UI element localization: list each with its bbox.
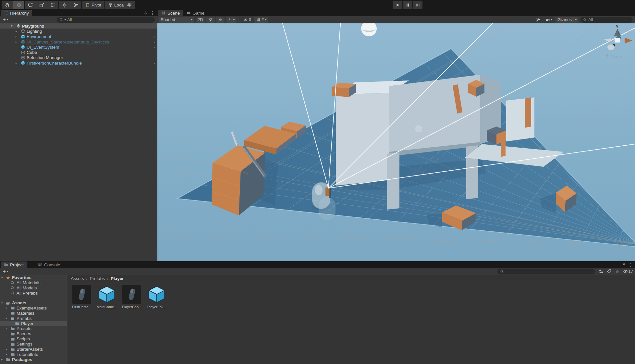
pause-button[interactable] [403, 1, 412, 9]
gizmo-hub[interactable] [615, 38, 620, 42]
expand-arrow-icon[interactable]: ▾ [6, 317, 7, 320]
asset-maincamera[interactable]: MainCame... [96, 285, 117, 309]
tab-project[interactable]: Project [1, 261, 27, 268]
grid-snap-button[interactable] [124, 1, 135, 9]
label-filter-icon[interactable] [607, 269, 612, 274]
2d-toggle-button[interactable]: 2D [196, 17, 205, 23]
lock-icon[interactable] [144, 11, 148, 15]
hidden-objects-button[interactable]: 0 [241, 17, 253, 23]
pivot-toggle-button[interactable]: Pivot [82, 1, 104, 9]
tree-item-favorites[interactable]: ▾ Favorites [0, 275, 67, 280]
search-filter-caret-icon[interactable]: ▾ [65, 18, 66, 21]
scene-viewport[interactable]: y z x Persp [157, 23, 635, 261]
effects-dropdown-button[interactable]: ▾ [226, 17, 237, 23]
expand-arrow-icon[interactable]: ▾ [1, 276, 3, 279]
tab-game[interactable]: Game [183, 10, 208, 16]
rect-tool-button[interactable] [47, 1, 58, 9]
tree-item-starterassets[interactable]: ▸ StarterAssets [0, 347, 67, 352]
scene-toolbar: Shaded▾ 2D ▾ 0 Y ▾ ▾ Gizmos ▾ [157, 16, 635, 23]
custom-tools-button[interactable] [70, 1, 81, 9]
hierarchy-item-lighting[interactable]: ▸ Lighting [0, 29, 157, 34]
lighting-toggle-button[interactable] [206, 17, 215, 23]
scene-menu-icon[interactable]: ⋮ [150, 24, 154, 29]
step-button[interactable] [413, 1, 422, 9]
tree-item-all-models[interactable]: All Models [0, 285, 67, 291]
tree-item-scripts[interactable]: Scripts [0, 336, 67, 342]
tab-hierarchy[interactable]: Hierarchy [1, 10, 32, 16]
tree-item-all-prefabs[interactable]: All Prefabs [0, 291, 67, 296]
tab-scene[interactable]: Scene [158, 10, 183, 16]
prefab-chevron-icon[interactable]: › [153, 34, 155, 39]
tree-item-presets[interactable]: ▸ Presets [0, 326, 67, 331]
panel-menu-icon[interactable]: ⋮ [150, 10, 155, 16]
scene-search-placeholder: All [588, 17, 593, 22]
favorites-filter-icon[interactable] [615, 269, 620, 274]
tree-item-tutorialinfo[interactable]: ▸ TutorialInfo [0, 352, 67, 357]
expand-arrow-icon[interactable]: ▾ [11, 24, 13, 28]
scene-camera-dropdown[interactable]: ▾ [543, 17, 554, 23]
tree-item-materials[interactable]: Materials [0, 310, 67, 316]
tab-console[interactable]: Console [35, 261, 64, 268]
tree-item-settings[interactable]: Settings [0, 342, 67, 347]
prefab-chevron-icon[interactable]: › [153, 45, 155, 50]
hierarchy-item-selection-manager[interactable]: Selection Manager [0, 55, 157, 60]
move-tool-button[interactable] [13, 1, 24, 9]
audio-toggle-button[interactable] [216, 17, 225, 23]
breadcrumb-player[interactable]: Player [111, 276, 124, 281]
expand-arrow-icon[interactable]: ▸ [16, 40, 17, 43]
type-filter-icon[interactable] [599, 269, 604, 274]
play-button[interactable] [393, 1, 402, 9]
expand-arrow-icon[interactable]: ▸ [1, 358, 3, 361]
hierarchy-item-ui-canvas[interactable]: ▸ UI_Canvas_StarterAssetsInputs_Joystick… [0, 39, 157, 44]
expand-arrow-icon[interactable]: ▸ [6, 306, 7, 309]
tree-item-prefabs[interactable]: ▾ Prefabs [0, 316, 67, 321]
prefab-chevron-icon[interactable]: › [153, 61, 155, 66]
scale-tool-button[interactable] [36, 1, 47, 9]
axis-y-label[interactable]: y [616, 23, 618, 28]
create-dropdown-icon[interactable]: ▾ [7, 18, 8, 21]
scene-search-input[interactable]: All [580, 17, 632, 23]
breadcrumb-assets[interactable]: Assets [71, 276, 84, 281]
expand-arrow-icon[interactable]: ▸ [16, 35, 17, 38]
hierarchy-item-environment[interactable]: ▸ Environment › [0, 34, 157, 39]
expand-arrow-icon[interactable]: ▸ [6, 348, 7, 351]
asset-playercapsule[interactable]: PlayerCap... [121, 285, 142, 309]
expand-arrow-icon[interactable]: ▸ [16, 61, 17, 65]
grid-visibility-dropdown[interactable]: Y ▾ [254, 17, 268, 23]
prefab-chevron-icon[interactable]: › [153, 40, 155, 44]
create-button[interactable]: + [3, 268, 6, 275]
scene-tools-button[interactable] [534, 17, 542, 23]
create-dropdown-icon[interactable]: ▾ [7, 270, 8, 273]
hierarchy-item-playground[interactable]: ▾ Playground ⋮ [0, 23, 157, 29]
expand-arrow-icon[interactable]: ▾ [1, 301, 3, 305]
tree-item-scenes[interactable]: Scenes [0, 331, 67, 336]
axis-z-label[interactable]: z [618, 31, 620, 35]
expand-arrow-icon[interactable]: ▸ [16, 30, 17, 33]
item-label: All Models [17, 285, 37, 290]
axis-blob[interactable] [607, 44, 615, 50]
tree-item-exampleassets[interactable]: ▸ ExampleAssets [0, 305, 67, 310]
hierarchy-search-input[interactable]: ▾ All [57, 17, 155, 23]
lock-icon[interactable] [622, 263, 626, 267]
shading-mode-dropdown[interactable]: Shaded▾ [159, 17, 194, 23]
hand-tool-button[interactable] [2, 1, 13, 9]
asset-playerfollow[interactable]: PlayerFoll... [146, 285, 167, 309]
expand-arrow-icon[interactable]: ▸ [6, 327, 7, 330]
breadcrumb-prefabs[interactable]: Prefabs [90, 276, 105, 281]
asset-firstperson[interactable]: FirstPerso... [71, 285, 92, 309]
panel-menu-icon[interactable]: ⋮ [629, 262, 633, 267]
tree-item-assets[interactable]: ▾ Assets [0, 300, 67, 306]
hierarchy-item-ui-eventsystem[interactable]: UI_EventSystem › [0, 44, 157, 50]
rotate-tool-button[interactable] [25, 1, 36, 9]
tree-item-all-materials[interactable]: All Materials [0, 280, 67, 285]
hidden-count-button[interactable]: 17 [623, 269, 633, 274]
tree-item-player[interactable]: Player [0, 321, 67, 326]
transform-tool-button[interactable] [59, 1, 70, 9]
gizmos-dropdown[interactable]: Gizmos ▾ [556, 17, 579, 23]
create-button[interactable]: + [3, 17, 6, 23]
hierarchy-item-cube[interactable]: Cube [0, 50, 157, 55]
project-search-input[interactable] [497, 269, 595, 274]
tree-item-packages[interactable]: ▸ Packages [0, 357, 67, 362]
hierarchy-item-firstperson-bundle[interactable]: ▸ FirstPersonCharacterBundle › [0, 60, 157, 66]
expand-arrow-icon[interactable]: ▸ [6, 353, 7, 356]
